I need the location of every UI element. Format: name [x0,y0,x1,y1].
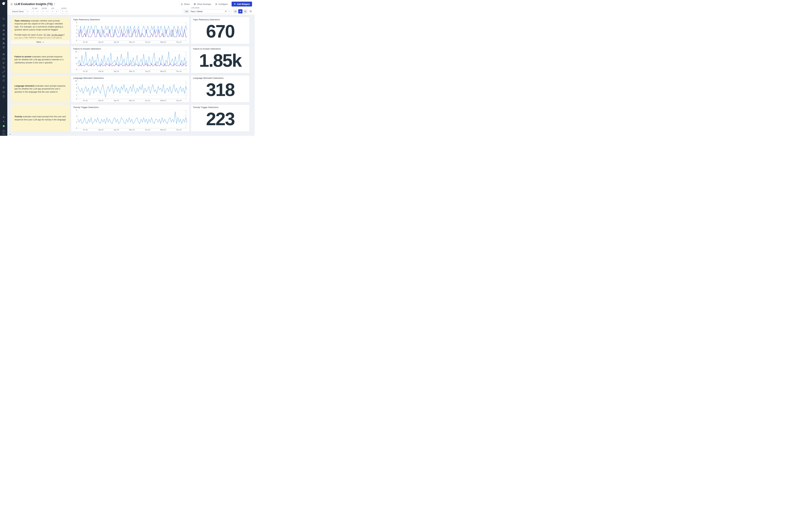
saved-views-button[interactable]: Saved Views [10,9,29,14]
sidebar-item-whats-new[interactable] [0,124,7,128]
svg-text:2: 2 [76,121,77,123]
sidebar-item-error-tracking[interactable] [0,85,7,90]
timeseries-chart[interactable]: 0246Fri 18Sat 19Apr 20Mon 21Tue 22Wed 23… [72,109,189,131]
svg-text:Thu 24: Thu 24 [176,129,181,131]
sidebar-item-search[interactable] [0,17,7,21]
svg-text:2: 2 [76,94,77,96]
gear-icon [215,3,217,5]
timeseries-widget-topic-relevancy[interactable]: Topic Relevancy Detections 012345Fri 18S… [71,17,189,44]
title-chevron-down-icon[interactable] [53,3,55,5]
widget-title: Failure to Answer Detections [73,48,101,50]
note-text: Language mismatch evaluates each prompt-… [11,85,70,93]
person-icon [2,116,5,118]
configure-button[interactable]: Configure [215,3,228,5]
timeseries-chart[interactable]: 0246810Fri 18Sat 19Apr 20Mon 21Tue 22Wed… [72,80,189,102]
pin-icon[interactable] [225,10,227,13]
timeseries-chart[interactable]: 012345Fri 18Sat 19Apr 20Mon 21Tue 22Wed … [72,21,189,43]
timeseries-chart[interactable]: 051015Fri 18Sat 19Apr 20Mon 21Tue 22Wed … [72,51,189,73]
sidebar-item-watchdog[interactable] [0,37,7,41]
svg-text:Thu 24: Thu 24 [176,70,181,72]
widget-title: Failure to Answer Detections [193,48,221,50]
sidebar-item-infrastructure[interactable] [0,41,7,45]
sidebar-item-ci-pipelines[interactable] [0,65,7,70]
code-chip: ml_app [43,34,51,36]
show-overlays-button[interactable]: Show Overlays [193,3,211,5]
service-select[interactable]: * [61,9,68,14]
widget-title: Language Mismatch Detections [193,77,224,79]
note-link[interactable]: on this page [51,33,63,36]
zoom-out-button[interactable] [250,10,252,13]
toolbar-row: Saved Views ml_app * version * [7,8,255,15]
time-pause-button[interactable] [238,9,242,14]
sidebar-item-gauge[interactable] [0,90,7,94]
datadog-logo[interactable] [0,0,7,7]
time-range-badge: 1w [184,10,189,13]
svg-text:Wed 23: Wed 23 [160,129,166,131]
note-text: Topic relevancy evaluates whether each p… [11,17,70,40]
svg-text:Fri 18: Fri 18 [83,41,88,43]
note-widget-language-mismatch[interactable]: Language mismatch evaluates each prompt-… [11,75,70,103]
sidebar-bottom: ? Help [0,115,7,136]
sidebar-item-monitors[interactable] [0,32,7,37]
time-forward-button[interactable] [243,9,248,14]
template-var-version: version * [41,7,49,14]
query-value-widget-failure-to-answer[interactable]: Failure to Answer Detections 1.85k [191,46,250,73]
svg-text:Fri 18: Fri 18 [83,129,88,131]
sidebar-item-account[interactable] [0,115,7,119]
add-widgets-button[interactable]: Add Widgets [232,2,252,6]
sidebar-item-workflows[interactable] [0,78,7,83]
whats-new-icon [2,124,5,128]
timeseries-widget-language-mismatch[interactable]: Language Mismatch Detections 0246810Fri … [71,75,189,103]
sidebar-item-dashboards[interactable] [0,28,7,32]
layers-icon [193,3,196,5]
sidebar-item-service-catalog[interactable] [0,52,7,56]
favorite-star-icon[interactable] [10,3,13,5]
svg-text:Wed 23: Wed 23 [160,99,166,101]
query-value-widget-toxicity[interactable]: Toxicity Trigger Detections 223 [191,105,250,132]
query-value: 670 [191,17,250,44]
svg-text:Apr 20: Apr 20 [114,41,119,43]
note-more-button[interactable]: More [11,40,70,44]
svg-text:5: 5 [76,21,77,23]
sidebar-item-copilot[interactable] [0,119,7,124]
sidebar-item-help[interactable]: ? Help [2,130,5,135]
chevron-down-icon [45,9,48,14]
query-value-widget-topic-relevancy[interactable]: Topic Relevancy Detections 670 [191,17,250,44]
refresh-arrow-icon [2,79,5,82]
note-widget-failure-to-answer[interactable]: Failure to answer evaluates each prompt-… [11,46,70,73]
timeseries-widget-failure-to-answer[interactable]: Failure to Answer Detections 051015Fri 1… [71,46,189,73]
template-var-env: env * [51,7,58,14]
sidebar-nav [0,17,7,98]
sidebar-item-synthetics[interactable] [0,56,7,61]
binoculars-icon [2,37,5,40]
sidebar-item-llm-observability[interactable] [0,94,7,98]
time-backward-button[interactable] [233,9,237,14]
chevron-down-icon [35,9,39,14]
svg-text:Apr 20: Apr 20 [114,70,119,72]
resize-handle[interactable] [9,134,11,135]
sidebar-item-logs[interactable] [0,61,7,65]
share-button[interactable]: Share [181,3,190,5]
note-widget-topic-relevancy[interactable]: Topic relevancy evaluates whether each p… [11,17,70,44]
time-range-picker[interactable]: 1w Past 1 Week [183,9,232,14]
chevron-down-icon [42,41,44,43]
query-value-widget-language-mismatch[interactable]: Language Mismatch Detections 318 [191,75,250,103]
zoom-out-icon [250,10,252,13]
sidebar-item-databases[interactable] [0,74,7,78]
sidebar-item-apm[interactable] [0,45,7,50]
sidebar-item-integrations[interactable] [0,70,7,74]
env-select[interactable]: * [51,9,58,14]
link-icon [2,70,5,73]
note-widget-toxicity[interactable]: Toxicity evaluates each input prompt fro… [11,105,70,132]
widget-title: Topic Relevancy Detections [193,18,220,21]
sidebar-item-history[interactable] [0,23,7,28]
timeseries-widget-toxicity[interactable]: Toxicity Trigger Detections 0246Fri 18Sa… [71,105,189,132]
widget-title: Language Mismatch Detections [73,77,104,79]
dashboard-canvas: Topic relevancy evaluates whether each p… [7,15,255,136]
svg-text:Tue 22: Tue 22 [145,99,150,101]
ml-app-select[interactable]: * [31,9,39,14]
datadog-dog-icon [2,1,6,6]
bug-icon [2,86,5,89]
version-select[interactable]: * [41,9,49,14]
svg-text:Mon 21: Mon 21 [129,41,135,43]
